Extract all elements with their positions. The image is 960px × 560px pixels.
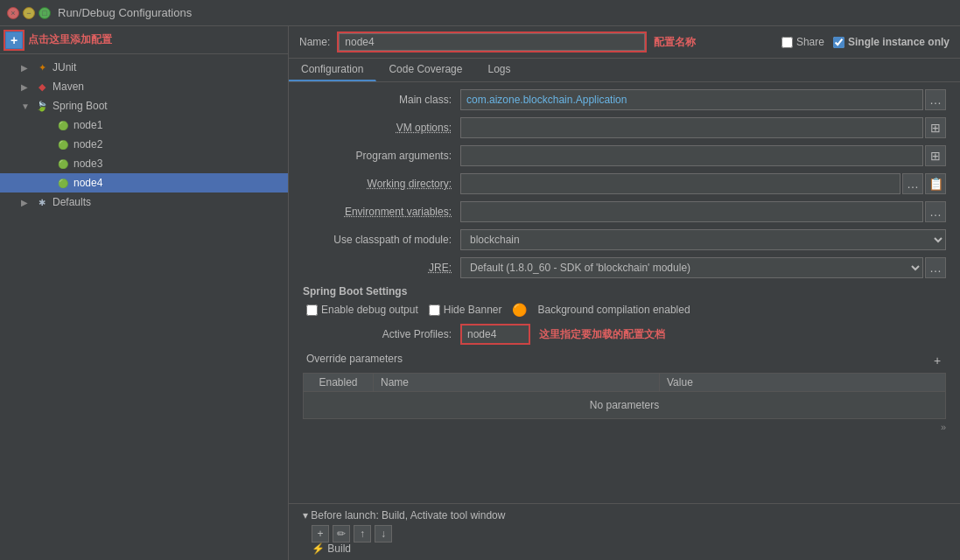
tab-code-coverage[interactable]: Code Coverage (376, 59, 475, 81)
hide-banner-checkbox[interactable] (429, 304, 440, 316)
node4-label: node4 (74, 177, 102, 189)
classpath-select-group: blockchain (460, 229, 946, 250)
sidebar-item-node2[interactable]: ▶ 🟢 node2 (0, 135, 288, 154)
enable-debug-label[interactable]: Enable debug output (306, 304, 418, 316)
params-table: Enabled Name Value No parameters (303, 373, 946, 419)
junit-label: JUnit (53, 61, 76, 74)
classpath-select[interactable]: blockchain (460, 229, 946, 250)
sidebar: + 点击这里添加配置 ▶ ✦ JUnit ▶ ◆ Maven ▼ (0, 26, 289, 560)
add-hint: 点击这里添加配置 (28, 32, 112, 47)
single-instance-label: Single instance only (848, 36, 949, 48)
working-dir-row: Working directory: … 📋 (303, 173, 946, 194)
single-instance-checkbox-label[interactable]: Single instance only (833, 36, 949, 48)
sidebar-item-node1[interactable]: ▶ 🟢 node1 (0, 116, 288, 135)
sidebar-item-node4[interactable]: ▶ 🟢 node4 (0, 173, 288, 192)
tab-code-coverage-label: Code Coverage (389, 63, 462, 75)
env-vars-label: Environment variables: (303, 206, 460, 218)
col-enabled-header: Enabled (304, 374, 374, 391)
classpath-row: Use classpath of module: blockchain (303, 229, 946, 250)
launch-toolbar: + ✏ ↑ ↓ (312, 525, 946, 542)
expand-arrow: ▶ (21, 198, 35, 207)
program-args-input[interactable] (460, 145, 923, 166)
classpath-label: Use classpath of module: (303, 234, 460, 246)
tab-configuration-label: Configuration (301, 63, 363, 75)
springboot-icon: 🍃 (35, 99, 49, 113)
jre-select-group: Default (1.8.0_60 - SDK of 'blockchain' … (460, 257, 946, 278)
sidebar-item-junit[interactable]: ▶ ✦ JUnit (0, 58, 288, 77)
vm-options-input-group: ⊞ (460, 117, 946, 138)
enable-debug-checkbox[interactable] (306, 304, 318, 316)
vm-options-input[interactable] (460, 117, 923, 138)
main-class-input[interactable] (460, 89, 923, 110)
hide-banner-label[interactable]: Hide Banner (429, 304, 502, 316)
env-vars-row: Environment variables: … (303, 201, 946, 222)
sidebar-item-springboot[interactable]: ▼ 🍃 Spring Boot (0, 96, 288, 116)
launch-down-button[interactable]: ↓ (375, 525, 392, 542)
before-launch-section: ▾ Before launch: Build, Activate tool wi… (289, 503, 960, 560)
col-value-header: Value (660, 374, 945, 391)
run-debug-configurations-window: × − □ Run/Debug Configurations + 点击这里添加配… (0, 0, 960, 560)
add-configuration-button[interactable]: + (5, 32, 23, 49)
program-args-input-group: ⊞ (460, 145, 946, 166)
share-checkbox[interactable] (781, 37, 793, 48)
hide-banner-text: Hide Banner (444, 304, 502, 316)
node4-icon: 🟢 (56, 176, 70, 190)
config-header: Name: 配置名称 Share Single instance only (289, 26, 960, 59)
main-class-label: Main class: (303, 94, 460, 106)
launch-edit-button[interactable]: ✏ (333, 525, 350, 542)
title-bar: × − □ Run/Debug Configurations (0, 0, 960, 26)
maximize-button[interactable]: □ (39, 7, 51, 19)
working-dir-label: Working directory: (303, 178, 460, 190)
junit-icon: ✦ (35, 60, 49, 74)
enable-debug-text: Enable debug output (321, 304, 418, 316)
share-checkbox-label[interactable]: Share (781, 36, 824, 48)
active-profiles-input[interactable] (460, 324, 530, 345)
vm-options-label: VM options: (303, 122, 460, 134)
working-dir-input-group: … 📋 (460, 173, 946, 194)
tab-configuration[interactable]: Configuration (289, 59, 376, 81)
before-launch-item: + ✏ ↑ ↓ ⚡ Build (303, 525, 946, 555)
spring-settings-row: Enable debug output Hide Banner 🟠 Backgr… (303, 303, 946, 317)
sidebar-toolbar: + 点击这里添加配置 (0, 26, 288, 54)
launch-up-button[interactable]: ↑ (354, 525, 371, 542)
sidebar-tree: ▶ ✦ JUnit ▶ ◆ Maven ▼ 🍃 Spring Boot (0, 54, 288, 560)
override-title: Override parameters (303, 353, 403, 365)
env-vars-browse-button[interactable]: … (925, 201, 946, 222)
before-launch-build-item: ⚡ Build (312, 542, 351, 555)
vm-options-expand-button[interactable]: ⊞ (925, 117, 946, 138)
form-content: Main class: … VM options: ⊞ Pr (289, 82, 960, 503)
launch-add-button[interactable]: + (312, 525, 329, 542)
working-dir-input[interactable] (460, 173, 900, 194)
close-button[interactable]: × (7, 7, 19, 19)
active-profiles-label: Active Profiles: (303, 328, 460, 340)
node1-icon: 🟢 (56, 118, 70, 132)
program-args-expand-button[interactable]: ⊞ (925, 145, 946, 166)
single-instance-checkbox[interactable] (833, 37, 844, 48)
name-input[interactable] (339, 33, 645, 51)
window-controls: × − □ (7, 7, 51, 19)
tab-logs[interactable]: Logs (475, 59, 523, 81)
minimize-button[interactable]: − (23, 7, 35, 19)
expand-arrow: ▶ (21, 82, 35, 92)
working-dir-extra-button[interactable]: 📋 (925, 173, 946, 194)
config-name-hint: 配置名称 (654, 35, 696, 50)
env-vars-input[interactable] (460, 201, 923, 222)
defaults-icon: ✱ (35, 195, 49, 209)
spring-boot-settings-title: Spring Boot Settings (303, 285, 946, 298)
node3-label: node3 (74, 158, 102, 170)
jre-browse-button[interactable]: … (925, 257, 946, 278)
working-dir-browse-button[interactable]: … (902, 173, 923, 194)
sidebar-item-defaults[interactable]: ▶ ✱ Defaults (0, 192, 288, 212)
warn-icon: 🟠 (512, 303, 527, 317)
sidebar-item-node3[interactable]: ▶ 🟢 node3 (0, 154, 288, 173)
override-add-button[interactable]: + (928, 352, 946, 369)
jre-label: JRE: (303, 262, 460, 274)
sidebar-item-maven[interactable]: ▶ ◆ Maven (0, 77, 288, 96)
tabs: Configuration Code Coverage Logs (289, 59, 960, 82)
main-class-browse-button[interactable]: … (925, 89, 946, 110)
col-name-header: Name (374, 374, 660, 391)
node1-label: node1 (74, 119, 102, 131)
collapse-arrow: ▼ (21, 102, 35, 111)
jre-select[interactable]: Default (1.8.0_60 - SDK of 'blockchain' … (460, 257, 923, 278)
maven-label: Maven (53, 80, 84, 93)
